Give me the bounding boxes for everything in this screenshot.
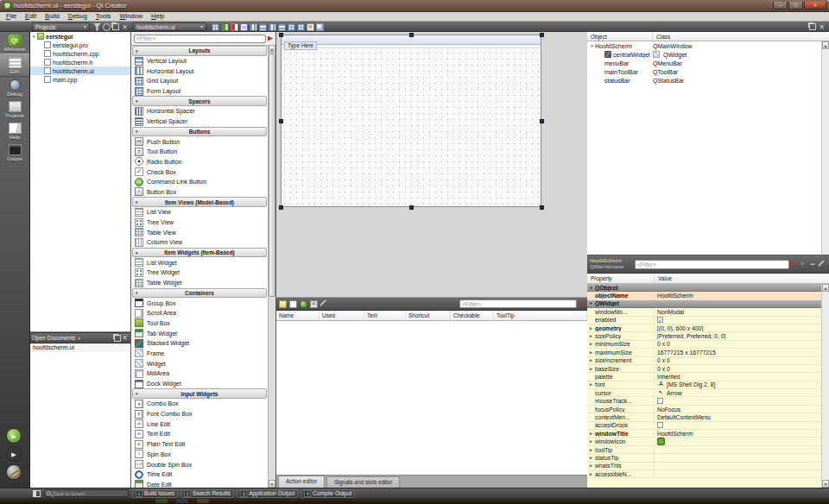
projects-panel-combo[interactable]: Projects ▾ xyxy=(32,22,90,31)
inspector-row[interactable]: centralWidgetQWidget xyxy=(587,50,829,59)
property-row-windowIcon[interactable]: ▶windowIcon xyxy=(587,438,821,445)
expand-icon[interactable]: ▾ xyxy=(589,43,595,48)
widget-item-push-button[interactable]: OKPush Button xyxy=(131,136,268,147)
property-row-baseSize[interactable]: ▶baseSize0 x 0 xyxy=(587,365,821,373)
action-column-name[interactable]: Name xyxy=(276,311,320,320)
widget-item-vertical-layout[interactable]: Vertical Layout xyxy=(131,56,268,66)
widget-item-time-edit[interactable]: Time Edit xyxy=(131,469,268,480)
toggle-sidebar-icon[interactable] xyxy=(33,490,41,497)
mode-output[interactable]: Output xyxy=(0,142,29,163)
filter-options-icon[interactable] xyxy=(268,36,273,41)
property-value[interactable] xyxy=(655,422,821,428)
filter-options-icon[interactable] xyxy=(579,301,585,306)
menu-debug[interactable]: Debug xyxy=(64,12,92,21)
action-column-text[interactable]: Text xyxy=(364,311,406,320)
selection-handle[interactable] xyxy=(409,205,414,210)
widget-item-font-combo-box[interactable]: FFont Combo Box xyxy=(131,409,268,419)
widget-item-tree-view[interactable]: Tree Widget xyxy=(131,268,268,278)
checkbox-unchecked[interactable] xyxy=(657,422,663,428)
property-value[interactable]: HoofdScherm xyxy=(655,431,821,437)
widget-item-tree-view[interactable]: Tree View xyxy=(131,217,268,228)
remove-dynamic-property-button[interactable]: − xyxy=(808,260,817,268)
property-column-property[interactable]: Property xyxy=(587,274,655,283)
menu-help[interactable]: Help xyxy=(147,12,168,21)
widget-item-tool-button[interactable]: TTool Button xyxy=(131,147,268,157)
property-value[interactable] xyxy=(655,438,821,445)
property-value[interactable]: [(0, 0), 600 x 400] xyxy=(655,325,821,331)
minimize-button[interactable]: – xyxy=(773,2,788,9)
output-pane-compile-output[interactable]: 4Compile Output xyxy=(301,489,355,498)
widget-item-tab-widget[interactable]: Tab Widget xyxy=(131,328,268,338)
selection-handle[interactable] xyxy=(540,205,544,210)
widget-item-frame[interactable]: Frame xyxy=(131,349,268,359)
property-value[interactable]: A[MS Shell Dlg 2, 8] xyxy=(655,381,821,388)
property-row-geometry[interactable]: ▶geometry[(0, 0), 600 x 400] xyxy=(587,324,821,332)
widget-box-scrollbar[interactable]: ▲ ▼ xyxy=(268,45,275,488)
property-value[interactable]: 0 x 0 xyxy=(655,366,821,372)
property-value[interactable]: ✓ xyxy=(655,317,821,323)
float-icon[interactable] xyxy=(809,23,816,30)
layout-split-horizontal-icon[interactable] xyxy=(269,23,276,31)
mode-welcome[interactable]: QtWelcome xyxy=(0,32,29,54)
add-dynamic-property-button[interactable]: + xyxy=(798,260,807,268)
expand-icon[interactable]: ▶ xyxy=(587,456,595,460)
expand-icon[interactable]: ▶ xyxy=(587,472,595,476)
project-file-row[interactable]: hoofdscherm.ui xyxy=(30,66,130,75)
scrollbar-thumb[interactable] xyxy=(269,54,275,297)
expand-icon[interactable]: ▶ xyxy=(587,350,595,355)
widget-item-dock-widget[interactable]: Dock Widget xyxy=(131,379,268,389)
widget-category-item-widgets-item-based-[interactable]: ▾Item Widgets (Item-Based) xyxy=(132,248,267,258)
menu-window[interactable]: Window xyxy=(115,12,147,21)
designer-form[interactable]: Type Here xyxy=(281,35,541,207)
widget-item-command-link-button[interactable]: →Command Link Button xyxy=(131,177,268,187)
project-root-row[interactable]: ▾eerstegui xyxy=(30,32,130,41)
break-layout-icon[interactable]: × xyxy=(307,23,314,31)
property-row-font[interactable]: ▶fontA[MS Shell Dlg 2, 8] xyxy=(587,381,821,389)
widget-item-list-view[interactable]: List Widget xyxy=(131,257,268,268)
scroll-up-icon[interactable]: ▲ xyxy=(822,41,829,49)
property-value[interactable]: HoofdScherm xyxy=(655,293,821,299)
widget-item-table-view[interactable]: Table Widget xyxy=(131,278,268,288)
property-value[interactable]: 0 x 0 xyxy=(655,341,821,347)
expand-icon[interactable]: ▶ xyxy=(587,326,595,331)
property-row-accessibleN[interactable]: ▶accessibleN... xyxy=(587,470,821,478)
tab-signals-and-slots-editor[interactable]: Signals and slots editor xyxy=(326,476,400,488)
goto-slot-icon[interactable] xyxy=(300,300,307,308)
widget-item-horizontal-spacer[interactable]: Horizontal Spacer xyxy=(131,106,268,117)
selection-handle[interactable] xyxy=(279,119,283,123)
widget-item-tool-box[interactable]: Tool Box xyxy=(131,318,268,329)
property-row-maximumSize[interactable]: ▶maximumSize16777215 x 16777215 xyxy=(587,349,821,356)
open-file-combo[interactable]: hoofdscherm.ui ▾ xyxy=(133,22,206,31)
property-value[interactable]: Inherited xyxy=(655,374,821,380)
expand-icon[interactable]: ▶ xyxy=(587,382,595,387)
filter-icon[interactable] xyxy=(93,23,101,31)
action-column-shortcut[interactable]: Shortcut xyxy=(406,311,451,320)
close-icon[interactable]: × xyxy=(818,23,826,31)
open-documents-header[interactable]: Open Documents ▾ × xyxy=(30,332,130,343)
widget-category-input-widgets[interactable]: ▾Input Widgets xyxy=(132,388,267,399)
widget-item-stacked-widget[interactable]: Stacked Widget xyxy=(131,338,268,349)
inspector-column-class[interactable]: Class xyxy=(653,32,670,41)
widget-category-item-views-model-based-[interactable]: ▾Item Views (Model-Based) xyxy=(132,197,267,207)
property-row-whatsThis[interactable]: ▶whatsThis xyxy=(587,463,821,470)
mode-projects[interactable]: Projects xyxy=(0,98,29,120)
property-row-windowMo[interactable]: windowMo...NonModal xyxy=(587,308,821,316)
sync-icon[interactable] xyxy=(103,23,111,31)
property-row-mouseTrack[interactable]: mouseTrack... xyxy=(587,397,821,405)
edit-widgets-icon[interactable] xyxy=(212,23,219,31)
locator-input[interactable] xyxy=(53,491,126,496)
widget-item-radio-button[interactable]: Radio Button xyxy=(131,157,268,167)
inspector-row[interactable]: menuBarQMenuBar xyxy=(587,59,829,67)
float-panel-icon[interactable] xyxy=(114,335,121,342)
object-inspector-scrollbar[interactable]: ▲ xyxy=(821,41,829,255)
scroll-down-icon[interactable]: ▼ xyxy=(269,480,275,488)
edit-buddies-icon[interactable] xyxy=(231,23,238,31)
property-editor-scrollbar[interactable]: ▲ ▼ xyxy=(821,284,829,488)
property-row-objectName[interactable]: objectNameHoofdScherm xyxy=(587,292,821,299)
widget-item-vertical-spacer[interactable]: Vertical Spacer xyxy=(131,117,268,127)
close-panel-icon[interactable]: × xyxy=(121,334,129,342)
property-row-windowTitle[interactable]: ▶windowTitleHoofdScherm xyxy=(587,430,821,438)
widget-box-filter-input[interactable] xyxy=(134,35,266,43)
widget-category-containers[interactable]: ▾Containers xyxy=(132,288,267,299)
widget-item-double-spin-box[interactable]: 1.0Double Spin Box xyxy=(131,459,268,469)
